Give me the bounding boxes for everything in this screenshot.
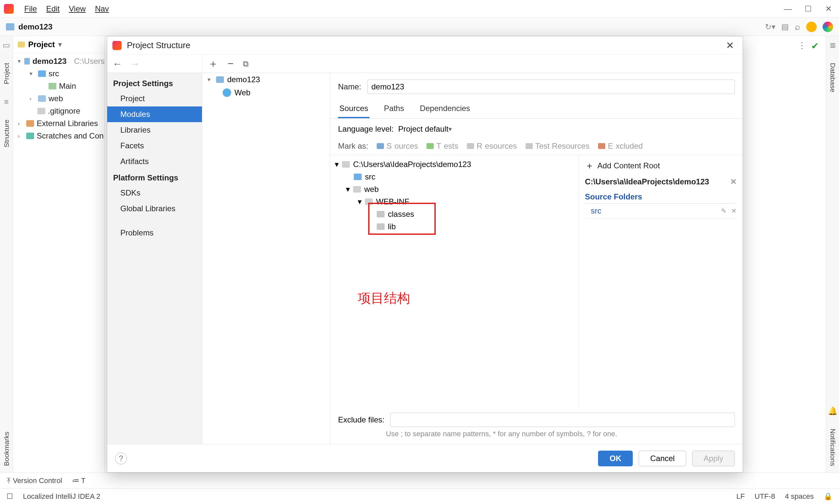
- layout-icon[interactable]: ▤: [781, 22, 789, 32]
- status-message: Localized IntelliJ IDEA 2: [23, 492, 100, 501]
- mark-tests[interactable]: Tests: [427, 142, 458, 151]
- remove-icon[interactable]: ✕: [731, 207, 737, 215]
- editor-kebab-icon[interactable]: ⋮: [798, 41, 806, 51]
- database-tw-label[interactable]: Database: [829, 63, 837, 92]
- name-label: Name:: [338, 82, 361, 91]
- status-lf[interactable]: LF: [736, 492, 745, 501]
- nav-sdks[interactable]: SDKs: [107, 185, 202, 201]
- add-icon[interactable]: ＋: [208, 57, 218, 71]
- app-icon: [4, 4, 14, 14]
- todo-tw[interactable]: ≔ T: [72, 476, 86, 485]
- forward-icon[interactable]: →: [130, 58, 140, 69]
- tab-sources[interactable]: Sources: [338, 100, 370, 118]
- window-close[interactable]: ✕: [822, 2, 835, 15]
- source-folder-item[interactable]: src ✎✕: [585, 204, 737, 218]
- nav-problems[interactable]: Problems: [107, 225, 202, 241]
- mark-excluded[interactable]: Excluded: [598, 142, 643, 151]
- status-encoding[interactable]: UTF-8: [755, 492, 775, 501]
- copy-icon[interactable]: ⧉: [243, 59, 249, 69]
- notifications-tw-icon[interactable]: 🔔: [828, 407, 838, 416]
- window-maximize[interactable]: ☐: [802, 2, 815, 15]
- module-editor: Name: Sources Paths Dependencies Languag…: [330, 73, 742, 444]
- apply-button[interactable]: Apply: [692, 451, 735, 466]
- dialog-titlebar: Project Structure ✕: [107, 36, 742, 55]
- project-tool-window: Project ▾ ▾demo123 C:\Users ▾src Main ›w…: [13, 36, 105, 472]
- module-icon: [6, 23, 14, 31]
- help-button[interactable]: ?: [115, 453, 127, 464]
- menu-view[interactable]: View: [64, 3, 90, 15]
- breadcrumb-project[interactable]: demo123: [18, 22, 52, 32]
- content-root-path[interactable]: C:\Users\a\IdeaProjects\demo123 ✕: [585, 175, 737, 188]
- right-tool-window-bar: ≣ Database 🔔 Notifications: [826, 36, 839, 472]
- mark-as-label: Mark as:: [338, 142, 368, 151]
- version-control-tw[interactable]: ᛡ Version Control: [6, 476, 62, 485]
- dialog-nav: Project Settings Project Modules Librari…: [107, 73, 202, 444]
- status-bar: ☐ Localized IntelliJ IDEA 2 LF UTF-8 4 s…: [0, 488, 839, 504]
- dialog-toolbar: ← → ＋ − ⧉: [107, 55, 742, 73]
- nav-facets[interactable]: Facets: [107, 138, 202, 154]
- bottom-tool-window-bar: ᛡ Version Control ≔ T: [0, 472, 839, 488]
- exclude-files-input[interactable]: [390, 413, 735, 427]
- structure-tw-icon[interactable]: ≡: [4, 97, 8, 106]
- language-level-select[interactable]: Project default▾: [398, 124, 452, 133]
- folder-icon: [18, 41, 25, 48]
- menu-file[interactable]: File: [20, 3, 41, 15]
- content-roots-side: ＋Add Content Root C:\Users\a\IdeaProject…: [579, 155, 742, 408]
- search-icon[interactable]: ⌕: [795, 22, 800, 32]
- exclude-files-hint: Use ; to separate name patterns, * for a…: [330, 428, 742, 444]
- status-readonly-icon[interactable]: 🔒: [824, 492, 833, 501]
- structure-tw-label[interactable]: Structure: [3, 120, 11, 147]
- ide-status-icon[interactable]: [806, 22, 817, 32]
- nav-header-project-settings: Project Settings: [107, 75, 202, 91]
- status-indent[interactable]: 4 spaces: [785, 492, 814, 501]
- menubar: File Edit View Nav — ☐ ✕: [0, 0, 839, 18]
- module-list[interactable]: ▾demo123 Web: [202, 73, 330, 444]
- mark-test-resources[interactable]: Test Resources: [526, 142, 589, 151]
- exclude-files-label: Exclude files:: [338, 415, 384, 425]
- tab-paths[interactable]: Paths: [383, 100, 405, 118]
- remove-icon[interactable]: −: [227, 58, 234, 70]
- chevron-down-icon[interactable]: ▾: [58, 40, 62, 49]
- remove-content-root-icon[interactable]: ✕: [730, 177, 737, 186]
- ok-button[interactable]: OK: [598, 451, 633, 466]
- nav-project[interactable]: Project: [107, 91, 202, 106]
- source-folders-header: Source Folders: [585, 192, 737, 204]
- menu-nav[interactable]: Nav: [90, 3, 114, 15]
- status-icon[interactable]: ☐: [6, 492, 13, 501]
- add-content-root[interactable]: ＋Add Content Root: [585, 160, 737, 172]
- main-area: ▭ Project ≡ Structure Bookmarks Project …: [0, 36, 839, 472]
- mark-sources[interactable]: Sources: [377, 142, 418, 151]
- mark-resources[interactable]: Resources: [467, 142, 517, 151]
- module-name-input[interactable]: [367, 79, 735, 94]
- project-tw-icon[interactable]: ▭: [3, 41, 10, 50]
- project-tw-label[interactable]: Project: [3, 63, 11, 84]
- project-structure-dialog: Project Structure ✕ ← → ＋ − ⧉ Project Se…: [107, 36, 743, 472]
- content-roots-tree[interactable]: ▾C:\Users\a\IdeaProjects\demo123 src ▾we…: [330, 155, 579, 408]
- tab-dependencies[interactable]: Dependencies: [418, 100, 471, 118]
- dialog-close-button[interactable]: ✕: [723, 40, 737, 51]
- nav-header-platform-settings: Platform Settings: [107, 169, 202, 185]
- menu-edit[interactable]: Edit: [41, 3, 64, 15]
- navbar: demo123 ↻▾ ▤ ⌕: [0, 18, 839, 36]
- project-tree[interactable]: ▾demo123 C:\Users ▾src Main ›web .gitign…: [13, 53, 105, 144]
- cancel-button[interactable]: Cancel: [639, 451, 686, 466]
- database-tw-icon[interactable]: ≣: [829, 41, 836, 50]
- mark-as-row: Mark as: Sources Tests Resources Test Re…: [330, 138, 742, 155]
- nav-modules[interactable]: Modules: [107, 106, 202, 122]
- project-panel-title: Project: [28, 40, 55, 49]
- app-icon: [113, 41, 122, 50]
- update-icon[interactable]: ↻▾: [765, 22, 775, 32]
- web-facet-icon: [223, 88, 231, 97]
- nav-artifacts[interactable]: Artifacts: [107, 154, 202, 169]
- jb-toolbox-icon[interactable]: [823, 22, 833, 32]
- edit-icon[interactable]: ✎: [721, 207, 726, 215]
- back-icon[interactable]: ←: [113, 58, 122, 69]
- bookmarks-tw-label[interactable]: Bookmarks: [3, 432, 11, 466]
- annotation-box: [368, 203, 436, 235]
- notifications-tw-label[interactable]: Notifications: [829, 429, 837, 466]
- nav-libraries[interactable]: Libraries: [107, 122, 202, 138]
- inspection-ok-icon[interactable]: ✔: [811, 41, 819, 51]
- dialog-title: Project Structure: [127, 40, 190, 50]
- nav-global-libraries[interactable]: Global Libraries: [107, 201, 202, 216]
- window-minimize[interactable]: —: [781, 2, 794, 15]
